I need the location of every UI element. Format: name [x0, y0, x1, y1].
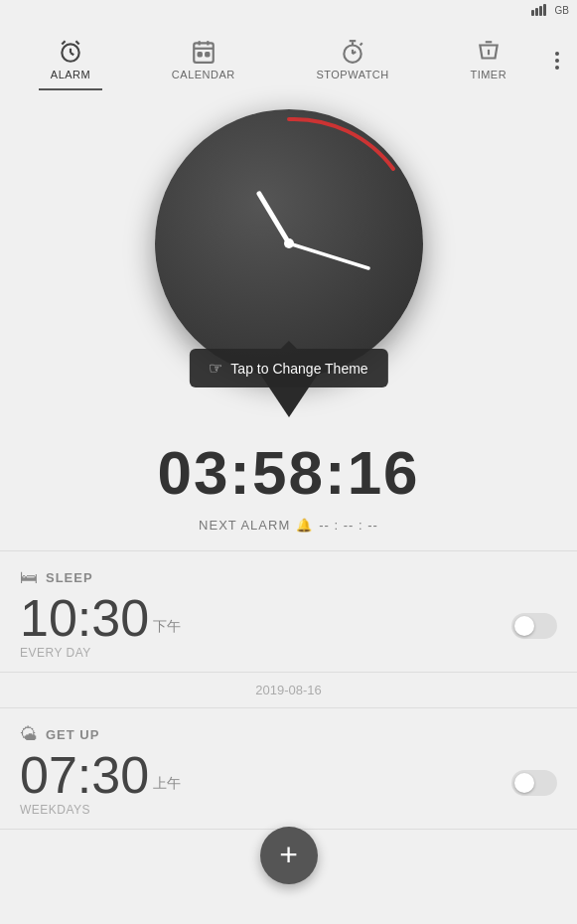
svg-rect-0: [531, 10, 534, 16]
alarm-icon: [58, 39, 83, 65]
sleep-alarm-header: 🛏 SLEEP: [20, 567, 557, 588]
svg-line-7: [62, 41, 65, 44]
sleep-alarm-name: SLEEP: [46, 570, 93, 585]
sleep-toggle[interactable]: [511, 613, 557, 639]
clock-face[interactable]: [155, 109, 423, 378]
sleep-repeat: EVERY DAY: [20, 646, 181, 660]
more-menu-button[interactable]: [547, 44, 567, 77]
svg-rect-1: [535, 8, 538, 16]
svg-rect-3: [543, 4, 546, 16]
date-separator: 2019-08-16: [0, 673, 577, 707]
sleep-alarm-time: 10:30 下午: [20, 592, 181, 644]
hand-icon: ☞: [209, 359, 222, 378]
clock-svg: [155, 109, 423, 378]
nav-item-stopwatch[interactable]: STOPWATCH: [304, 31, 400, 88]
change-theme-tooltip[interactable]: ☞ Tap to Change Theme: [189, 349, 387, 387]
timer-nav-label: TIMER: [470, 69, 506, 80]
clock-container[interactable]: ☞ Tap to Change Theme: [155, 109, 423, 378]
top-nav: ALARM CALENDAR STOPWAT: [0, 0, 577, 99]
getup-toggle[interactable]: [511, 770, 557, 796]
getup-alarm-name: GET UP: [46, 727, 99, 742]
svg-rect-2: [539, 6, 542, 16]
more-dot-1: [555, 52, 559, 56]
calendar-nav-label: CALENDAR: [172, 69, 235, 80]
stopwatch-nav-label: STOPWATCH: [316, 69, 388, 80]
svg-line-8: [75, 41, 78, 44]
getup-alarm-header: 🌤 GET UP: [20, 724, 557, 745]
battery-label: GB: [555, 5, 569, 16]
tooltip-text: Tap to Change Theme: [230, 361, 367, 377]
wifi-icon: [531, 4, 551, 16]
svg-rect-9: [194, 43, 214, 63]
svg-line-24: [289, 243, 368, 268]
next-alarm-time: -- : -- : --: [319, 518, 378, 533]
clock-section: ☞ Tap to Change Theme 03:58:16 NEXT ALAR…: [0, 99, 577, 533]
more-dot-2: [555, 59, 559, 63]
calendar-icon: [191, 39, 216, 65]
next-alarm-row: NEXT ALARM 🔔 -- : -- : --: [199, 518, 378, 533]
nav-items: ALARM CALENDAR STOPWAT: [10, 31, 547, 88]
getup-icon: 🌤: [20, 724, 38, 745]
nav-item-calendar[interactable]: CALENDAR: [160, 31, 247, 88]
status-bar: GB: [531, 0, 569, 20]
svg-line-20: [361, 43, 362, 45]
nav-item-alarm[interactable]: ALARM: [39, 31, 102, 88]
alarm-list: 🛏 SLEEP 10:30 下午 EVERY DAY 2019-08-16 🌤 …: [0, 551, 577, 830]
bell-icon: 🔔: [296, 518, 313, 533]
svg-point-15: [344, 46, 361, 63]
stopwatch-icon: [340, 39, 365, 65]
add-icon: +: [279, 839, 298, 870]
svg-line-23: [259, 194, 289, 243]
getup-time-ampm: 上午: [153, 775, 181, 793]
alarm-nav-label: ALARM: [51, 69, 90, 80]
alarm-item-sleep: 🛏 SLEEP 10:30 下午 EVERY DAY: [0, 551, 577, 673]
getup-alarm-time: 07:30 上午: [20, 749, 181, 801]
timer-icon: [476, 39, 502, 65]
getup-repeat: WEEKDAYS: [20, 803, 181, 817]
more-dot-3: [555, 66, 559, 70]
getup-alarm-time-row: 07:30 上午 WEEKDAYS: [20, 749, 557, 817]
sleep-icon: 🛏: [20, 567, 38, 588]
next-alarm-label: NEXT ALARM: [199, 518, 290, 533]
svg-rect-13: [198, 53, 201, 56]
add-alarm-fab[interactable]: +: [260, 827, 318, 884]
svg-rect-14: [206, 53, 209, 56]
sleep-time-big: 10:30: [20, 592, 149, 644]
sleep-alarm-time-row: 10:30 下午 EVERY DAY: [20, 592, 557, 660]
sleep-time-ampm: 下午: [153, 618, 181, 636]
alarm-item-getup: 🌤 GET UP 07:30 上午 WEEKDAYS: [0, 708, 577, 830]
getup-toggle-knob: [514, 773, 534, 793]
getup-time-big: 07:30: [20, 749, 149, 801]
sleep-toggle-knob: [514, 616, 534, 636]
digital-time: 03:58:16: [157, 437, 419, 508]
svg-point-25: [284, 238, 294, 248]
nav-item-timer[interactable]: TIMER: [458, 31, 518, 88]
svg-line-6: [71, 53, 73, 55]
